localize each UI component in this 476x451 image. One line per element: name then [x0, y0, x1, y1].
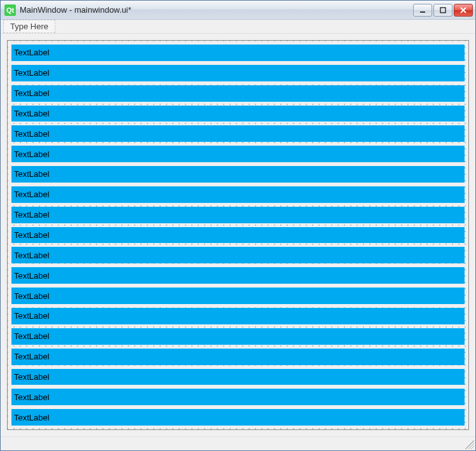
text-label[interactable]: TextLabel [11, 288, 465, 304]
label-text: TextLabel [14, 393, 50, 401]
text-label[interactable]: TextLabel [11, 106, 465, 122]
close-button[interactable] [454, 4, 473, 17]
label-text: TextLabel [14, 272, 50, 280]
window-controls [413, 4, 473, 17]
menubar[interactable]: Type Here [1, 20, 475, 34]
label-text: TextLabel [14, 130, 50, 138]
main-window: Qt MainWindow - mainwindow.ui* Type Here… [0, 0, 476, 451]
text-label[interactable]: TextLabel [11, 349, 465, 365]
svg-rect-1 [440, 8, 445, 13]
label-text: TextLabel [14, 352, 50, 361]
label-text: TextLabel [14, 373, 50, 381]
text-label[interactable]: TextLabel [11, 186, 465, 203]
text-label[interactable]: TextLabel [11, 207, 465, 223]
label-text: TextLabel [14, 48, 50, 57]
text-label[interactable]: TextLabel [11, 369, 465, 385]
text-label[interactable]: TextLabel [11, 65, 465, 81]
text-label[interactable]: TextLabel [11, 328, 465, 345]
text-label[interactable]: TextLabel [11, 409, 465, 426]
window-title: MainWindow - mainwindow.ui* [20, 5, 413, 15]
label-text: TextLabel [14, 190, 50, 198]
minimize-button[interactable] [413, 4, 432, 17]
label-text: TextLabel [14, 231, 50, 239]
text-label[interactable]: TextLabel [11, 85, 465, 102]
text-label[interactable]: TextLabel [11, 125, 465, 142]
text-label[interactable]: TextLabel [11, 267, 465, 284]
maximize-icon [440, 7, 446, 13]
text-label[interactable]: TextLabel [11, 308, 465, 324]
text-label[interactable]: TextLabel [11, 45, 465, 61]
text-label[interactable]: TextLabel [11, 389, 465, 405]
label-text: TextLabel [14, 332, 50, 340]
menu-type-here[interactable]: Type Here [3, 20, 55, 33]
central-widget[interactable]: TextLabel TextLabel TextLabel TextLabel … [7, 40, 469, 430]
text-label[interactable]: TextLabel [11, 146, 465, 162]
maximize-button[interactable] [433, 4, 452, 17]
text-label[interactable]: TextLabel [11, 227, 465, 244]
label-text: TextLabel [14, 211, 50, 219]
svg-rect-0 [420, 11, 425, 13]
label-text: TextLabel [14, 251, 50, 260]
label-text: TextLabel [14, 69, 50, 77]
text-label[interactable]: TextLabel [11, 166, 465, 183]
label-text: TextLabel [14, 89, 50, 97]
qt-icon: Qt [4, 4, 16, 16]
label-text: TextLabel [14, 312, 50, 320]
client-area: TextLabel TextLabel TextLabel TextLabel … [1, 34, 475, 436]
text-label[interactable]: TextLabel [11, 247, 465, 263]
close-icon [460, 7, 466, 13]
statusbar [1, 436, 475, 450]
minimize-icon [419, 7, 426, 13]
label-text: TextLabel [14, 109, 50, 118]
label-text: TextLabel [14, 413, 50, 422]
label-text: TextLabel [14, 150, 50, 158]
size-grip-icon[interactable] [465, 440, 474, 449]
label-text: TextLabel [14, 292, 50, 300]
titlebar[interactable]: Qt MainWindow - mainwindow.ui* [1, 1, 475, 20]
label-text: TextLabel [14, 170, 50, 178]
